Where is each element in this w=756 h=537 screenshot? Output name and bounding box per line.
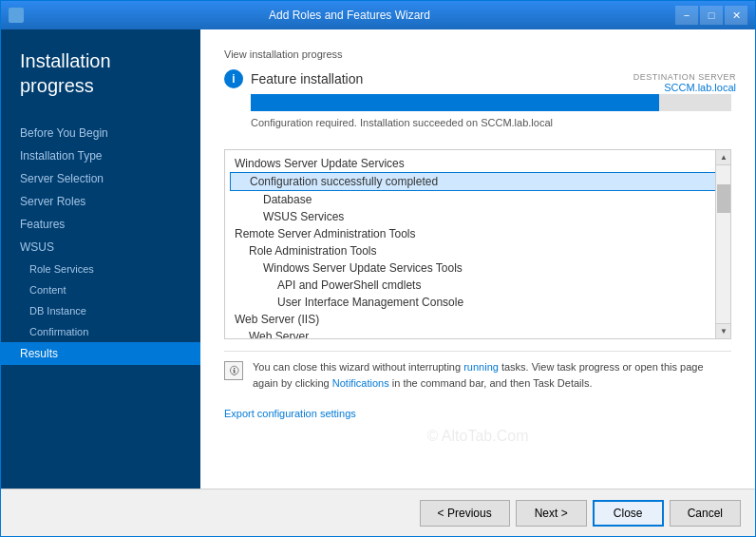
minimize-button[interactable]: −	[675, 6, 698, 25]
scrollbar[interactable]: ▲ ▼	[715, 150, 730, 338]
tree-item-wsus: Windows Server Update Services	[225, 155, 730, 172]
tree-item-api-cmdlets: API and PowerShell cmdlets	[225, 277, 730, 294]
scroll-down-arrow[interactable]: ▼	[716, 323, 731, 338]
tree-item-database: Database	[225, 191, 730, 208]
previous-button[interactable]: < Previous	[420, 500, 510, 527]
notifications-link[interactable]: Notifications	[332, 377, 389, 389]
scroll-up-arrow[interactable]: ▲	[716, 150, 731, 165]
sidebar-items: Before You Begin Installation Type Serve…	[1, 122, 200, 365]
tree-item-ui-console: User Interface Management Console	[225, 294, 730, 311]
section-title: View installation progress	[224, 48, 731, 60]
app-icon	[9, 8, 24, 23]
window-controls: − □ ✕	[675, 6, 747, 25]
sidebar-item-db-instance[interactable]: DB Instance	[1, 300, 200, 321]
sidebar-item-server-selection[interactable]: Server Selection	[1, 167, 200, 190]
titlebar-icon-area	[9, 8, 24, 23]
close-button[interactable]: Close	[593, 500, 664, 527]
next-button[interactable]: Next >	[516, 500, 587, 527]
tree-item-web-server-iis: Web Server (IIS)	[225, 311, 730, 328]
sidebar-title: Installation progress	[20, 48, 181, 98]
running-link[interactable]: running	[463, 361, 499, 373]
tree-item-rsat: Remote Server Administration Tools	[225, 225, 730, 242]
dest-server-name: SCCM.lab.local	[633, 82, 736, 93]
sidebar-item-features[interactable]: Features	[1, 213, 200, 236]
sidebar-item-confirmation[interactable]: Confirmation	[1, 321, 200, 342]
main-content: DESTINATION SERVER SCCM.lab.local View i…	[200, 29, 755, 489]
cancel-button[interactable]: Cancel	[670, 500, 741, 527]
sidebar-item-wsus[interactable]: WSUS	[1, 236, 200, 259]
sidebar-item-before-you-begin[interactable]: Before You Begin	[1, 122, 200, 144]
tree-item-web-server: Web Server	[225, 328, 730, 339]
tree-item-config-complete: Configuration successfully completed	[230, 172, 726, 191]
sidebar-item-role-services[interactable]: Role Services	[1, 259, 200, 279]
export-config-link[interactable]: Export configuration settings	[224, 408, 731, 419]
sidebar-item-server-roles[interactable]: Server Roles	[1, 190, 200, 213]
scrollbar-thumb[interactable]	[717, 184, 730, 213]
info-icon: i	[224, 69, 243, 88]
notice-box: 🛈 You can close this wizard without inte…	[224, 351, 731, 398]
footer: < Previous Next > Close Cancel	[1, 489, 755, 536]
sidebar-header: Installation progress	[1, 29, 200, 112]
dest-server-label: DESTINATION SERVER	[633, 72, 736, 82]
destination-server-info: DESTINATION SERVER SCCM.lab.local	[633, 72, 736, 93]
success-text: Configuration required. Installation suc…	[251, 117, 731, 128]
sidebar-item-content[interactable]: Content	[1, 279, 200, 300]
progress-bar-fill	[251, 94, 659, 111]
content-area: Installation progress Before You Begin I…	[1, 29, 755, 489]
sidebar-item-installation-type[interactable]: Installation Type	[1, 144, 200, 167]
close-window-button[interactable]: ✕	[725, 6, 747, 25]
sidebar: Installation progress Before You Begin I…	[1, 29, 200, 489]
wizard-window: Add Roles and Features Wizard − □ ✕ Inst…	[0, 0, 756, 537]
maximize-button[interactable]: □	[700, 6, 723, 25]
feature-install-label: Feature installation	[251, 71, 363, 86]
tree-item-wsus-services: WSUS Services	[225, 208, 730, 225]
progress-bar-container	[251, 94, 731, 111]
notice-text: You can close this wizard without interr…	[253, 359, 731, 391]
window-title: Add Roles and Features Wizard	[24, 9, 675, 22]
sidebar-item-results[interactable]: Results	[1, 342, 200, 365]
watermark: © AltoTab.Com	[224, 424, 731, 449]
notice-icon: 🛈	[224, 361, 243, 380]
titlebar: Add Roles and Features Wizard − □ ✕	[1, 1, 755, 29]
tree-item-role-admin-tools: Role Administration Tools	[225, 242, 730, 259]
installation-tree[interactable]: Windows Server Update Services Configura…	[224, 149, 731, 339]
tree-item-wsus-tools: Windows Server Update Services Tools	[225, 259, 730, 277]
